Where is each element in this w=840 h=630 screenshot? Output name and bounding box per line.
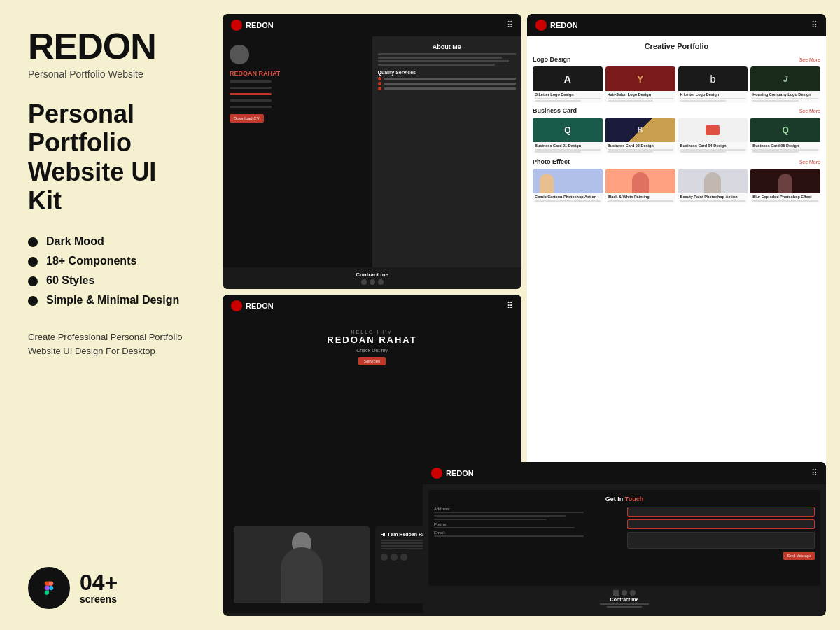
ssc-textarea[interactable]: [627, 532, 815, 549]
ss2-header: REDON ⠿: [223, 295, 522, 317]
feature-1: Dark Mood: [28, 235, 196, 248]
ss3-logo-thumb-4: J: [750, 66, 820, 91]
ss3-photo-item-3: Beauty Paint Photoshop Action: [678, 169, 748, 203]
ss3-photo-see-more: See More: [799, 160, 820, 164]
ssc-send-btn[interactable]: Send Message: [783, 552, 815, 560]
ss2-check-text: Check-Out my: [327, 348, 416, 353]
ss3-logo-thumb-3: b: [678, 66, 748, 91]
ss3-biz-thumb-4: Q: [750, 118, 820, 142]
ss2-services-btn: Services: [358, 357, 386, 365]
brand-title: REDON: [28, 28, 196, 64]
ss3-logo: REDON: [536, 20, 578, 31]
ssc-input-2[interactable]: [627, 519, 815, 529]
ss1-text-lines: [378, 53, 517, 66]
bullet-icon: [28, 237, 38, 247]
ss3-logo-header: Logo Design See More: [533, 56, 820, 63]
ss2-hello-text: HELLO I I'M: [327, 330, 416, 335]
ss1-menu-icon: ⠿: [507, 20, 513, 30]
ss3-biz-item-1: Q Business Card 01 Design: [533, 118, 603, 154]
description-text: Create Professional Personal Portfolio W…: [28, 330, 196, 360]
ss3-photo-grid: Comic Cartoon Photoshop Action Black & W…: [533, 169, 820, 203]
ss3-logo-grid: A B Letter Logo Design Y Hair-Salon Logo…: [533, 66, 820, 103]
ss3-biz-thumb-1: Q: [533, 118, 603, 142]
ss1-social-li: [378, 279, 384, 285]
ss3-biz-thumb-3: [678, 118, 748, 142]
ss3-photo-thumb-1: [533, 169, 603, 193]
ssc-body: Get In Touch Address: Phone: Email: Se: [423, 484, 826, 613]
ssc-header: REDON ⠿: [423, 462, 826, 484]
ss1-avatar: [230, 45, 249, 64]
ss1-contract-title: Contract me: [230, 272, 514, 278]
kit-title: Personal Portfolio Website UI Kit: [28, 99, 196, 216]
brand-subtitle: Personal Portfolio Website: [28, 69, 196, 80]
screenshot-1: REDON ⠿ REDOAN RAHAT Download CV About M…: [223, 14, 522, 289]
ss3-biz-grid: Q Business Card 01 Design B Business Car…: [533, 118, 820, 154]
ssc-footer-phone: [607, 606, 642, 608]
screens-text: 04+ screens: [80, 571, 118, 605]
ss3-biz-see-more: See More: [799, 108, 820, 113]
ss3-logo-thumb-1: A: [533, 66, 603, 91]
ss3-logo-see-more: See More: [799, 57, 820, 62]
ssc-footer-email: [600, 603, 649, 605]
ss1-download-btn: Download CV: [230, 114, 264, 122]
ss3-logo-title: Logo Design: [533, 56, 571, 63]
left-panel: REDON Personal Portfolio Website Persona…: [0, 0, 217, 630]
ssc-email-label: Email:: [434, 531, 622, 535]
ss3-biz-item-2: B Business Card 02 Design: [606, 118, 676, 154]
ssc-social-1: [613, 590, 619, 596]
ss1-name: REDOAN RAHAT: [230, 70, 280, 77]
ss3-logo-item-1: A B Letter Logo Design: [533, 66, 603, 103]
ss1-header: REDON ⠿: [223, 14, 522, 36]
ss3-biz-header: Business Card See More: [533, 107, 820, 114]
ssc-grid: Address: Phone: Email: Send Message: [434, 507, 815, 560]
ssc-logo: REDON: [431, 468, 474, 479]
ss3-logo-item-2: Y Hair-Salon Logo Design: [606, 66, 676, 103]
ssc-social-3: [630, 590, 636, 596]
ss1-social-icons: [230, 279, 514, 285]
ss1-info-4: [230, 99, 272, 102]
feature-3: 60 Styles: [28, 274, 196, 287]
ss3-photo-header: Photo Effect See More: [533, 158, 820, 165]
ss1-info-5: [230, 106, 272, 108]
ssc-right: Send Message: [627, 507, 815, 560]
ss3-biz-item-4: Q Business Card 05 Design: [750, 118, 820, 154]
ss3-logo-thumb-2: Y: [606, 66, 676, 91]
ssc-left: Address: Phone: Email:: [434, 507, 622, 560]
ssc-footer: Contract me: [428, 590, 820, 608]
ss3-photo-title: Photo Effect: [533, 158, 570, 165]
ss1-left-card: REDOAN RAHAT Download CV: [223, 36, 372, 286]
bullet-icon: [28, 257, 38, 267]
ss2-hero-name: REDOAN RAHAT: [327, 335, 416, 345]
ssc-social-2: [622, 590, 627, 596]
ssc-input-1[interactable]: [627, 507, 815, 517]
ss1-quality-title: Quality Services: [378, 70, 517, 75]
ss1-info-1: [230, 80, 272, 83]
ss2-logo-icon: [231, 300, 242, 312]
screens-badge: 04+ screens: [28, 567, 196, 609]
ss3-biz-thumb-2: B: [606, 118, 676, 142]
ss1-logo-icon: [231, 20, 242, 31]
ssc-logo-icon: [431, 468, 442, 479]
ss1-right-card: About Me Quality Services: [372, 36, 522, 286]
ss3-logo-icon: [536, 20, 547, 31]
feature-4: Simple & Minimal Design: [28, 294, 196, 307]
ss1-service-1: [378, 77, 517, 80]
ss2-menu-icon: ⠿: [507, 301, 513, 311]
ss1-about-title: About Me: [378, 43, 517, 50]
ss2-logo: REDON: [231, 300, 274, 312]
ss3-portfolio-title: Creative Portfolio: [533, 42, 820, 50]
ss2-person-image: [234, 526, 370, 603]
screenshot-contact: REDON ⠿ Get In Touch Address: Phone: Ema…: [423, 462, 826, 616]
ssc-phone-label: Phone:: [434, 522, 622, 526]
ss3-logo-item-3: b H Letter Logo Design: [678, 66, 748, 103]
ss1-service-2: [378, 82, 517, 85]
features-list: Dark Mood 18+ Components 60 Styles Simpl…: [28, 235, 196, 314]
ss1-info-2: [230, 87, 272, 89]
ss1-bottom-bar: Contract me: [223, 267, 522, 289]
figma-icon: [28, 567, 70, 609]
ss3-photo-thumb-2: [606, 169, 676, 193]
bullet-icon: [28, 276, 38, 286]
ss1-logo: REDON: [231, 20, 274, 31]
ssc-title: Get In Touch: [434, 496, 815, 503]
ss3-logo-item-4: J Housing Company Logo Design: [750, 66, 820, 103]
